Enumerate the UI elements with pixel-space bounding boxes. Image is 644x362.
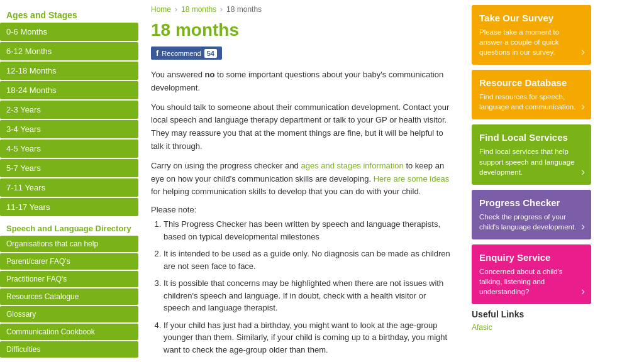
sidebar-subitem-difficulties[interactable]: Difficulties: [0, 341, 138, 358]
resource-widget[interactable]: Resource Database Find resources for spe…: [472, 70, 591, 119]
sidebar-item-3-4-years[interactable]: 3-4 Years: [0, 120, 138, 138]
progress-arrow: ›: [581, 220, 585, 233]
para3: Carry on using the progress checker and …: [151, 160, 453, 199]
note-list: This Progress Checker has been written b…: [151, 218, 453, 356]
resource-title: Resource Database: [479, 77, 584, 88]
list-item: If your child has just had a birthday, y…: [164, 319, 453, 356]
survey-desc: Please take a moment to answer a couple …: [479, 27, 584, 57]
note-label: Please note:: [151, 205, 453, 214]
sidebar-item-4-5-years[interactable]: 4-5 Years: [0, 140, 138, 158]
useful-links-title: Useful Links: [472, 309, 591, 319]
enquiry-title: Enquiry Service: [479, 252, 584, 263]
para1: You answered no to some important questi…: [151, 69, 453, 95]
list-item: It is intended to be used as a guide onl…: [164, 248, 453, 272]
breadcrumb-current: 18 months: [226, 5, 262, 14]
enquiry-arrow: ›: [581, 285, 585, 298]
sidebar-subitem-glossary[interactable]: Glossary: [0, 306, 138, 322]
fb-count: 54: [204, 49, 217, 58]
list-item: It is possible that concerns may be high…: [164, 277, 453, 314]
enquiry-desc: Concerned about a child's talking, liste…: [479, 266, 584, 297]
sidebar-subitem-resources-catalogue[interactable]: Resources Catalogue: [0, 288, 138, 305]
sidebar-subitem-communication-cookbook[interactable]: Communication Cookbook: [0, 324, 138, 340]
breadcrumb: Home › 18 months › 18 months: [151, 5, 453, 14]
sidebar-item-5-7-years[interactable]: 5-7 Years: [0, 159, 138, 177]
fb-icon: f: [156, 48, 158, 58]
progress-desc: Check the progress of your child's langu…: [479, 212, 584, 232]
resource-arrow: ›: [581, 100, 585, 113]
sidebar-item-18-24-months[interactable]: 18-24 Months: [0, 81, 138, 99]
ages-stages-title: Ages and Stages: [0, 6, 138, 23]
list-item: This Progress Checker has been written b…: [164, 218, 453, 243]
local-widget[interactable]: Find Local Services Find local services …: [472, 124, 591, 184]
breadcrumb-months[interactable]: 18 months: [181, 5, 216, 14]
enquiry-widget[interactable]: Enquiry Service Concerned about a child'…: [472, 244, 591, 304]
directory-title: Speech and Language Directory: [0, 217, 138, 236]
local-arrow: ›: [581, 165, 585, 178]
fb-label: Recommend: [162, 50, 201, 57]
breadcrumb-sep2: ›: [220, 5, 223, 14]
sidebar-item-12-18-months[interactable]: 12-18 Months: [0, 62, 138, 80]
sidebar-item-11-17-years[interactable]: 11-17 Years: [0, 198, 138, 216]
survey-arrow: ›: [581, 45, 585, 58]
sidebar-subitem-organisations-that-can-help[interactable]: Organisations that can help: [0, 236, 138, 252]
survey-title: Take Our Survey: [479, 13, 584, 23]
resource-desc: Find resources for speech, language and …: [479, 92, 584, 112]
local-title: Find Local Services: [479, 132, 584, 143]
survey-widget[interactable]: Take Our Survey Please take a moment to …: [472, 5, 591, 65]
sidebar-item-6-12-months[interactable]: 6-12 Months: [0, 42, 138, 60]
progress-title: Progress Checker: [479, 197, 584, 208]
ages-stages-link[interactable]: ages and stages information: [301, 161, 403, 170]
sidebar-item-2-3-years[interactable]: 2-3 Years: [0, 101, 138, 119]
useful-link-afasic[interactable]: Afasic: [472, 323, 591, 332]
page-heading: 18 months: [151, 20, 453, 40]
sidebar-item-7-11-years[interactable]: 7-11 Years: [0, 178, 138, 197]
para2: You should talk to someone about their c…: [151, 101, 453, 153]
sidebar-item-0-6-months[interactable]: 0-6 Months: [0, 23, 138, 41]
breadcrumb-home[interactable]: Home: [151, 5, 171, 14]
local-desc: Find local services that help support sp…: [479, 146, 584, 177]
fb-recommend-button[interactable]: f Recommend 54: [151, 47, 222, 60]
sidebar-subitem-practitioner-faq's[interactable]: Practitioner FAQ's: [0, 271, 138, 287]
sidebar-subitem-parent/carer-faq's[interactable]: Parent/carer FAQ's: [0, 253, 138, 270]
progress-widget[interactable]: Progress Checker Check the progress of y…: [472, 190, 591, 239]
ideas-link[interactable]: Here are some ideas: [374, 174, 450, 184]
breadcrumb-sep1: ›: [175, 5, 177, 14]
